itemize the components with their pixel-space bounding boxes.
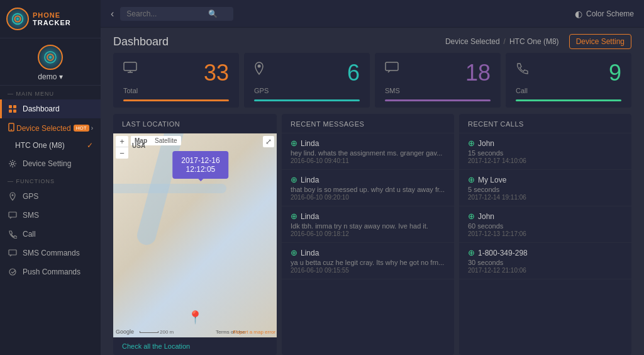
sidebar-item-device-setting[interactable]: Device Setting — [0, 154, 101, 173]
msg-date-2: 2016-06-10 09:18:12 — [291, 230, 445, 237]
msg-date-3: 2016-06-10 09:15:55 — [291, 267, 445, 274]
message-item[interactable]: ⊕ Linda hey lind. whats the assignment m… — [282, 133, 454, 170]
zoom-out-button[interactable]: − — [116, 147, 128, 159]
sidebar-item-sms[interactable]: SMS — [0, 206, 101, 225]
msg-sender-2: ⊕ Linda — [291, 211, 445, 221]
topbar: ‹ 🔍 ◐ Color Scheme — [101, 0, 644, 28]
sms-value: 18 — [465, 62, 491, 84]
call-contact-icon-0: ⊕ — [468, 138, 475, 148]
back-button[interactable]: ‹ — [111, 8, 114, 20]
color-scheme-icon: ◐ — [575, 9, 582, 19]
svg-point-18 — [258, 65, 261, 68]
total-value: 33 — [204, 62, 229, 84]
msg-text-3: ya u betta cuz he legit cray. Its why he… — [291, 259, 445, 266]
gps-bar — [254, 99, 360, 101]
recent-messages-panel: RECENT MESSAGES ⊕ Linda hey lind. whats … — [282, 114, 454, 355]
last-location-panel: LAST LOCATION + − Map Satellite ⤢ USA — [113, 114, 277, 355]
msg-text-1: that boy is so messed up. why dnt u stay… — [291, 186, 445, 193]
contact-icon-3: ⊕ — [291, 248, 297, 257]
call-item[interactable]: ⊕ John 60 seconds 2017-12-13 12:17:06 — [459, 206, 631, 243]
push-commands-icon — [8, 267, 18, 277]
sidebar-item-device-name[interactable]: HTC One (M8) ✓ — [0, 138, 101, 154]
color-scheme-button[interactable]: ◐ Color Scheme — [575, 9, 634, 19]
check-location-link[interactable]: Check all the Location — [113, 337, 277, 355]
topbar-right: ◐ Color Scheme — [575, 9, 634, 19]
svg-point-16 — [9, 269, 16, 275]
map-location-pin: 📍 — [187, 310, 203, 325]
functions-label: — FUNCTIONS — [0, 173, 101, 187]
zoom-in-button[interactable]: + — [116, 136, 128, 147]
search-icon: 🔍 — [208, 9, 218, 18]
user-section: demo ▾ — [0, 38, 101, 86]
call-item[interactable]: ⊕ John 15 seconds 2017-12-17 14:10:06 — [459, 133, 631, 170]
user-name[interactable]: demo ▾ — [38, 72, 62, 81]
map-expand-button[interactable]: ⤢ — [263, 136, 274, 147]
svg-point-11 — [11, 129, 12, 130]
device-name-label: HTC One (M8) — [15, 141, 65, 150]
svg-point-13 — [12, 194, 14, 196]
stat-call: 9 Call — [506, 53, 631, 108]
gps-value: 6 — [347, 62, 360, 84]
push-commands-label: Push Commands — [23, 268, 80, 276]
svg-rect-6 — [9, 105, 12, 108]
call-date-3: 2017-12-12 21:10:06 — [468, 267, 623, 274]
call-name-2: ⊕ John — [468, 211, 623, 221]
device-selected-label: Device Selected — [16, 124, 71, 133]
sms-commands-label: SMS Commands — [23, 249, 80, 257]
sidebar-item-sms-commands[interactable]: SMS Commands — [0, 244, 101, 262]
map-type-satellite[interactable]: Satellite — [151, 136, 181, 145]
sms-icon — [8, 210, 18, 220]
sidebar-item-push-commands[interactable]: Push Commands — [0, 262, 101, 281]
call-date-1: 2017-12-14 19:11:06 — [468, 194, 623, 201]
sidebar-item-call[interactable]: Call — [0, 225, 101, 244]
call-date-0: 2017-12-17 14:10:06 — [468, 157, 623, 164]
contact-icon-2: ⊕ — [291, 211, 297, 221]
main-menu-label: — MAIN MENU — [0, 86, 101, 99]
map-google-label: Google — [116, 329, 134, 335]
search-box[interactable]: 🔍 — [120, 7, 233, 21]
device-setting-button[interactable]: Device Setting — [569, 34, 631, 49]
gps-label: GPS — [23, 192, 38, 201]
message-item[interactable]: ⊕ Linda Idk tbh. imma try n stay away no… — [282, 206, 454, 243]
call-item[interactable]: ⊕ My Love 5 seconds 2017-12-14 19:11:06 — [459, 170, 631, 206]
sidebar-item-device-selected[interactable]: Device Selected HOT › — [0, 118, 101, 138]
recent-calls-title: RECENT CALLS — [459, 114, 631, 133]
color-scheme-label: Color Scheme — [586, 9, 634, 18]
call-contact-icon-1: ⊕ — [468, 175, 475, 184]
dashboard-icon — [8, 104, 18, 114]
call-item[interactable]: ⊕ 1-800-349-298 30 seconds 2017-12-12 21… — [459, 243, 631, 279]
call-value: 9 — [609, 62, 621, 84]
msg-sender-0: ⊕ Linda — [291, 138, 445, 148]
call-stat-icon — [516, 62, 528, 77]
msg-date-0: 2016-06-10 09:40:11 — [291, 157, 445, 164]
search-input[interactable] — [126, 9, 208, 18]
sidebar: PHONE TRACKER demo ▾ — MAIN MENU Dashboa… — [0, 0, 101, 355]
user-avatar — [38, 45, 63, 70]
message-item[interactable]: ⊕ Linda ya u betta cuz he legit cray. It… — [282, 243, 454, 279]
sms-commands-icon — [8, 248, 18, 258]
sms-bar — [385, 99, 491, 101]
map-report-button[interactable]: Report a map error — [233, 329, 275, 335]
total-bar — [123, 99, 229, 101]
call-contact-icon-3: ⊕ — [468, 248, 475, 257]
sidebar-item-dashboard[interactable]: Dashboard — [0, 99, 101, 118]
map-popup-date: 2017-12-16 — [181, 156, 219, 165]
device-setting-label: Device Setting — [23, 159, 71, 168]
msg-date-1: 2016-06-10 09:20:10 — [291, 194, 445, 201]
map-scale: 200 m — [138, 329, 174, 335]
msg-sender-1: ⊕ Linda — [291, 175, 445, 184]
stat-sms: 18 SMS — [375, 53, 501, 108]
call-icon — [8, 229, 18, 239]
sms-label: SMS — [385, 87, 491, 94]
msg-text-0: hey lind. whats the assignment ms. grang… — [291, 149, 445, 157]
map-area[interactable]: + − Map Satellite ⤢ USA 2017-12-16 12:12… — [113, 133, 277, 337]
breadcrumb-sep: / — [504, 37, 506, 46]
breadcrumb-device: HTC One (M8) — [509, 37, 559, 46]
page-title: Dashboard — [113, 35, 169, 48]
sidebar-item-gps[interactable]: GPS — [0, 187, 101, 206]
device-selected-arrow: › — [91, 125, 93, 132]
message-item[interactable]: ⊕ Linda that boy is so messed up. why dn… — [282, 170, 454, 206]
app-name: PHONE TRACKER — [33, 11, 94, 26]
contact-icon-1: ⊕ — [291, 175, 297, 184]
contact-icon-0: ⊕ — [291, 138, 297, 148]
